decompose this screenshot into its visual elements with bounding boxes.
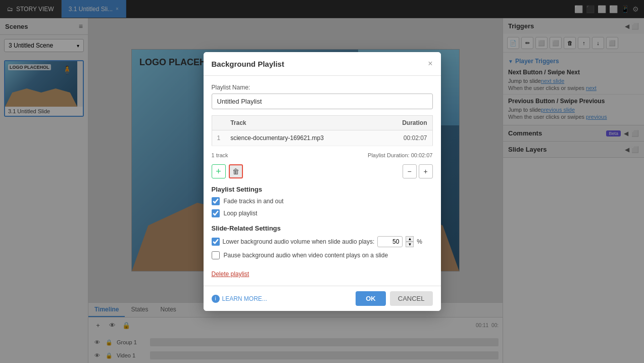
col-track: Track <box>225 116 380 130</box>
track-move-group: − + <box>403 164 433 178</box>
lower-volume-row: Lower background audio volume when slide… <box>212 236 433 247</box>
percent-label: % <box>417 238 422 245</box>
pause-audio-checkbox[interactable] <box>212 251 220 259</box>
loop-playlist-label: Loop playlist <box>224 210 258 217</box>
playlist-duration: Playlist Duration: 00:02:07 <box>368 152 432 158</box>
lower-volume-checkbox[interactable] <box>212 238 220 246</box>
track-controls: + 🗑 − + <box>212 164 433 178</box>
volume-input[interactable] <box>377 236 403 247</box>
ok-button[interactable]: OK <box>356 291 386 306</box>
lower-volume-label: Lower background audio volume when slide… <box>223 238 375 245</box>
delete-track-button[interactable]: 🗑 <box>229 164 243 178</box>
fade-tracks-checkbox[interactable] <box>212 197 220 205</box>
dialog-header: Background Playlist × <box>204 52 441 76</box>
track-table: Track Duration 1 science-documentary-169… <box>212 115 433 146</box>
fade-tracks-row: Fade tracks in and out <box>212 197 433 205</box>
loop-playlist-row: Loop playlist <box>212 209 433 217</box>
playlist-settings: Playlist Settings Fade tracks in and out… <box>212 186 433 217</box>
col-num <box>212 116 225 130</box>
volume-up-button[interactable]: ▲ <box>406 236 414 242</box>
slide-settings-title: Slide-Related Settings <box>212 224 433 232</box>
modal-overlay: Background Playlist × Playlist Name: Tra… <box>0 0 644 363</box>
pause-audio-label: Pause background audio when video conten… <box>224 252 388 259</box>
info-icon: i <box>212 295 220 303</box>
add-track-button[interactable]: + <box>212 164 226 178</box>
fade-tracks-label: Fade tracks in and out <box>224 198 284 205</box>
pause-audio-row: Pause background audio when video conten… <box>212 251 433 259</box>
background-playlist-dialog: Background Playlist × Playlist Name: Tra… <box>204 52 441 311</box>
dialog-footer: i LEARN MORE... OK CANCEL <box>204 286 441 311</box>
track-list: 1 science-documentary-169621.mp3 00:02:0… <box>212 130 432 146</box>
move-track-up-button[interactable]: − <box>403 164 417 178</box>
playlist-name-label: Playlist Name: <box>212 84 433 91</box>
volume-down-button[interactable]: ▼ <box>406 242 414 247</box>
col-duration: Duration <box>380 116 432 130</box>
track-footer: 1 track Playlist Duration: 00:02:07 <box>212 150 433 160</box>
move-track-down-button[interactable]: + <box>419 164 433 178</box>
track-num: 1 <box>212 130 225 146</box>
playlist-settings-title: Playlist Settings <box>212 186 433 193</box>
list-item: 1 science-documentary-169621.mp3 00:02:0… <box>212 130 432 146</box>
learn-more-label: LEARN MORE... <box>222 295 267 302</box>
slide-related-settings: Slide-Related Settings Lower background … <box>212 224 433 259</box>
dialog-title: Background Playlist <box>212 60 284 68</box>
dialog-close-button[interactable]: × <box>428 59 432 68</box>
loop-playlist-checkbox[interactable] <box>212 209 220 217</box>
volume-stepper: ▲ ▼ <box>406 236 414 247</box>
playlist-name-input[interactable] <box>212 94 433 109</box>
track-filename[interactable]: science-documentary-169621.mp3 <box>225 130 380 146</box>
track-duration: 00:02:07 <box>380 130 432 146</box>
learn-more-link[interactable]: i LEARN MORE... <box>212 295 267 303</box>
dialog-actions: OK CANCEL <box>356 291 432 306</box>
track-count: 1 track <box>212 152 228 158</box>
delete-playlist-link[interactable]: Delete playlist <box>212 270 250 278</box>
dialog-body: Playlist Name: Track Duration 1 science-… <box>204 76 441 286</box>
cancel-button[interactable]: CANCEL <box>390 291 433 306</box>
